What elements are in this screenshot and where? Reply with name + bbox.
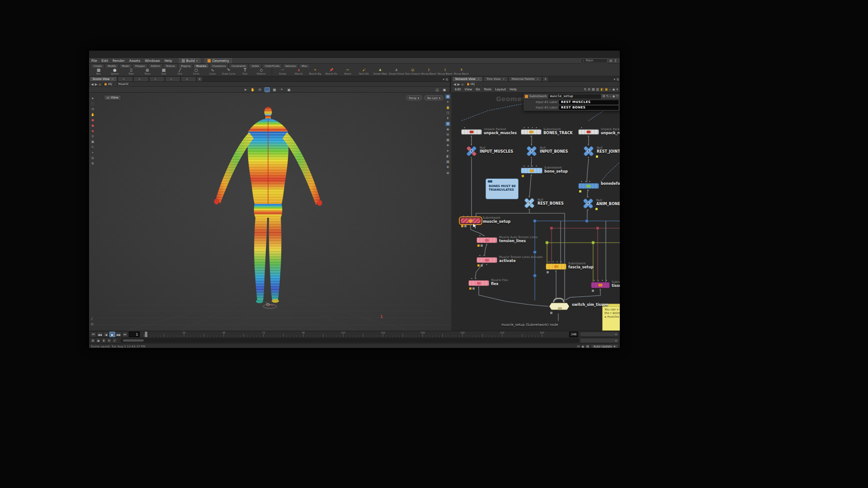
- viewport-right-tool-icon[interactable]: ⬆: [445, 116, 450, 121]
- network-toolbar-icon[interactable]: ▾: [616, 88, 618, 91]
- viewport-right-tool-icon[interactable]: 🔒: [445, 105, 450, 110]
- network-toolbar-icon[interactable]: ▣: [605, 88, 608, 91]
- status-icon[interactable]: ✉: [577, 345, 580, 348]
- node-output[interactable]: [587, 209, 589, 211]
- viewport-right-tool-icon[interactable]: ▥: [445, 122, 450, 126]
- node-inputs[interactable]: [548, 261, 562, 263]
- menu-item[interactable]: Edit: [99, 59, 111, 63]
- shelf-tab[interactable]: Misc: [299, 64, 310, 68]
- node-switch_sim_tissue[interactable]: switch_sim_tissue: [549, 301, 569, 311]
- viewport-side-tool-icon[interactable]: ●: [90, 123, 95, 128]
- node-output[interactable]: [486, 264, 487, 265]
- home-icon[interactable]: ⌂: [462, 82, 464, 86]
- shelf-tab[interactable]: Characters: [209, 64, 228, 68]
- close-icon[interactable]: ×: [477, 77, 480, 81]
- menu-item[interactable]: Windows: [142, 59, 162, 63]
- shelf-tab[interactable]: Muscles: [193, 64, 209, 68]
- viewport-pane-tab[interactable]: Scene View×: [90, 76, 117, 81]
- param-panel-icon[interactable]: ⚙: [602, 94, 605, 98]
- network-pane-tab[interactable]: Network View×: [452, 76, 483, 81]
- shelf-tool-attach[interactable]: ⚯ Attach: [340, 68, 355, 75]
- shelf-tab[interactable]: Texture: [163, 64, 178, 68]
- viewport-tool-icon[interactable]: ⬚: [264, 87, 270, 92]
- new-tab-button[interactable]: +: [197, 76, 203, 81]
- viewport-side-tool-icon[interactable]: ◆: [90, 129, 95, 133]
- home-icon[interactable]: ⌂: [99, 82, 101, 86]
- viewport-corner-icon[interactable]: ♪: [91, 317, 94, 321]
- network-toolbar-icon[interactable]: ⌕: [609, 88, 611, 91]
- shelf-tab[interactable]: Polygon: [132, 64, 148, 68]
- menu-item[interactable]: Render: [110, 59, 127, 63]
- playback-options-chip[interactable]: ▾: [580, 338, 619, 343]
- network-toolbar-icon[interactable]: ⇅: [584, 88, 586, 91]
- menu-item[interactable]: Help: [162, 59, 175, 63]
- node-output[interactable]: [471, 136, 472, 137]
- node-input_bones[interactable]: Null INPUT_BONES: [525, 145, 538, 156]
- playbar-button[interactable]: ▶▶: [116, 332, 122, 337]
- viewport-right-tool-icon[interactable]: ◧: [445, 154, 450, 159]
- shelf-tool-torus[interactable]: ◍ Torus: [140, 68, 155, 75]
- viewport-side-tool-icon[interactable]: ➤: [90, 96, 95, 101]
- viewport-display-icon[interactable]: ▣: [442, 87, 447, 92]
- scrollbar-handle[interactable]: [123, 339, 144, 342]
- shelf-tool-box[interactable]: ▦ Box: [91, 68, 106, 75]
- playbar-toggle[interactable]: ↻: [107, 338, 112, 343]
- shelf-tool-platonic[interactable]: ◇ Platonic: [254, 68, 269, 75]
- network-toolbar-icon[interactable]: ▤: [592, 88, 595, 91]
- shelf-tool-line[interactable]: ╱ Line: [172, 68, 188, 75]
- param-panel-icon[interactable]: ▽: [616, 94, 618, 98]
- viewport-pane-tab[interactable]: ×: [133, 76, 149, 81]
- param-panel-icon[interactable]: ✎: [606, 94, 609, 98]
- network-menu-item[interactable]: View: [463, 88, 474, 91]
- current-frame-field[interactable]: 1: [129, 332, 140, 337]
- viewport-right-tool-icon[interactable]: ◳: [445, 111, 450, 115]
- network-toolbar-icon[interactable]: ▥: [596, 88, 599, 91]
- viewport-tool-icon[interactable]: ⟳: [257, 87, 263, 92]
- camera-selector[interactable]: No cam▾: [424, 95, 443, 100]
- node-output[interactable]: [588, 157, 589, 158]
- node-output[interactable]: [599, 289, 601, 291]
- shelf-tool-mocap-biped-3[interactable]: 🏃 Mocap Biped 3: [454, 68, 469, 75]
- network-menu-item[interactable]: Layout: [493, 88, 508, 91]
- auto-update-selector[interactable]: Auto Update▾: [591, 344, 618, 349]
- layout-icon[interactable]: ⊞: [609, 59, 613, 63]
- viewport-right-tool-icon[interactable]: ✚: [445, 165, 450, 169]
- node-output[interactable]: [478, 287, 479, 288]
- node-inputs[interactable]: [463, 216, 476, 217]
- node-input[interactable]: [528, 196, 530, 197]
- status-icon[interactable]: ▤: [586, 345, 589, 348]
- viewport-side-tool-icon[interactable]: ⚲: [90, 134, 95, 139]
- node-output[interactable]: [471, 157, 472, 158]
- viewport-right-tool-icon[interactable]: ➤: [445, 149, 450, 153]
- network-menu-item[interactable]: Edit: [453, 88, 463, 91]
- wire-junction-dot[interactable]: [533, 250, 537, 254]
- node-input[interactable]: [531, 144, 532, 145]
- shelf-tool-simple-male[interactable]: ♟ Simple Male: [373, 68, 388, 75]
- node-inputs[interactable]: [524, 127, 537, 128]
- back-icon[interactable]: ◀: [91, 82, 94, 86]
- pane-split-icon[interactable]: ⧉: [446, 78, 448, 81]
- wire-junction-dot[interactable]: [533, 274, 537, 277]
- viewport-right-tool-icon[interactable]: ▦: [445, 138, 450, 142]
- viewport-side-tool-icon[interactable]: ⌖: [90, 150, 95, 155]
- wire-junction-dot[interactable]: [596, 226, 599, 230]
- network-note-bones[interactable]: BONES MUST BE TRIANGULATED: [486, 178, 519, 199]
- node-name-field[interactable]: muscle_setup: [548, 94, 601, 99]
- network-path-crumb[interactable]: obj: [465, 82, 477, 86]
- node-output[interactable]: [486, 244, 487, 245]
- shelf-tab[interactable]: Cloth/Fluids: [262, 64, 282, 68]
- viewport-pane-tab[interactable]: ×: [149, 76, 165, 81]
- network-menu-item[interactable]: Tools: [482, 88, 493, 91]
- viewport-right-tool-icon[interactable]: ◒: [445, 170, 450, 175]
- shelf-tool-grid[interactable]: ▩ Grid: [156, 68, 171, 75]
- viewport-canvas[interactable]: View Persp▾ No cam▾ ➤⬚⟲✋●●◆⚲▣✎⌖☰⚙ ▧✦🔒◳⬆▥…: [89, 93, 451, 331]
- playbar-button[interactable]: ◀◀: [97, 332, 103, 337]
- forward-icon[interactable]: ▶: [458, 82, 460, 86]
- node-input[interactable]: [587, 196, 589, 197]
- viewport-right-tool-icon[interactable]: ▧: [445, 94, 450, 99]
- shelf-tab[interactable]: Rigging: [178, 64, 193, 68]
- node-output[interactable]: [531, 157, 532, 158]
- shelf-tool-sphere[interactable]: ● Sphere: [107, 68, 123, 75]
- shelf-tool-muscle-pin[interactable]: 📌 Muscle Pin: [324, 68, 339, 75]
- node-input[interactable]: [588, 144, 589, 145]
